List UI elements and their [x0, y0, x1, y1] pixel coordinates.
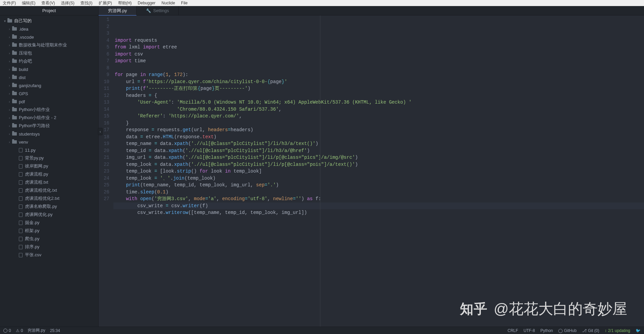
- chevron-icon: ›: [7, 43, 11, 47]
- menu-帮助(H)[interactable]: 帮助(H): [118, 0, 132, 6]
- tree-item[interactable]: ›studentsys: [0, 130, 98, 138]
- tree-item[interactable]: ›venv: [0, 138, 98, 146]
- folder-icon: [11, 108, 17, 111]
- tree-item[interactable]: ›Python小组作业 - 2: [0, 114, 98, 122]
- code-line[interactable]: }: [115, 120, 644, 127]
- tree-item[interactable]: ▾自己写的: [0, 17, 98, 25]
- tree-item[interactable]: ›Python学习路径: [0, 122, 98, 130]
- folder-icon: [11, 132, 17, 136]
- code-line[interactable]: import csv: [115, 51, 644, 58]
- status-git[interactable]: ⎇ Git (0): [582, 328, 599, 333]
- tree-item[interactable]: 11.py: [0, 146, 98, 154]
- code-line[interactable]: img_url = data.xpath('.//ul[@class="plcC…: [115, 154, 644, 161]
- status-errors[interactable]: 0: [3, 328, 11, 333]
- chevron-icon: ›: [7, 51, 11, 55]
- code-line[interactable]: 'Chrome/88.0.4324.150 Safari/537.36',: [115, 106, 644, 113]
- menu-Debugger[interactable]: Debugger: [138, 1, 155, 5]
- sidebar-toggle[interactable]: ‹: [98, 128, 103, 135]
- code-content[interactable]: import requestsfrom lxml import etreeimp…: [115, 15, 644, 327]
- chevron-icon: ›: [7, 108, 11, 112]
- code-line[interactable]: temp_look = data.xpath('.//ul[@class="pl…: [115, 161, 644, 168]
- code-line[interactable]: 'User-Agent': 'Mozilla/5.0 (Windows NT 1…: [115, 99, 644, 106]
- status-cursor[interactable]: 25:34: [50, 328, 60, 333]
- code-line[interactable]: 'Referer': 'https://place.qyer.com/',: [115, 113, 644, 120]
- code-line[interactable]: [115, 65, 644, 72]
- menu-文件(F)[interactable]: 文件(F): [3, 0, 16, 6]
- code-line[interactable]: print(temp_name, temp_id, temp_look, img…: [115, 182, 644, 189]
- menu-File[interactable]: File: [181, 1, 187, 5]
- tree-item[interactable]: ›.vscode: [0, 33, 98, 41]
- status-eol[interactable]: CRLF: [508, 328, 518, 333]
- tree-item[interactable]: ›ganjizufang: [0, 81, 98, 89]
- status-language[interactable]: Python: [540, 328, 553, 333]
- tree-item[interactable]: 框架.py: [0, 227, 98, 235]
- tree-item[interactable]: ›pdf: [0, 98, 98, 106]
- code-line[interactable]: for page in range(1, 172):: [115, 71, 644, 78]
- tree-label: 虎课网优化.py: [25, 212, 52, 218]
- tree-item[interactable]: ›约会吧: [0, 57, 98, 65]
- tree-label: 背景py.py: [25, 155, 44, 161]
- status-updating[interactable]: ↕ 2/1 updating: [605, 328, 630, 333]
- tree-item[interactable]: ›.idea: [0, 25, 98, 33]
- status-github[interactable]: ◯ GitHub: [558, 328, 576, 333]
- tree-item[interactable]: 爬虫.py: [0, 235, 98, 243]
- code-editor[interactable]: 1234567891011121314151617181920212223242…: [99, 15, 644, 327]
- tree-item[interactable]: 背景py.py: [0, 154, 98, 162]
- tree-item[interactable]: 虎课流程优化.txt: [0, 186, 98, 194]
- code-line[interactable]: response = requests.get(url, headers=hea…: [115, 126, 644, 134]
- tree-item[interactable]: 掘金.py: [0, 219, 98, 227]
- tree-item[interactable]: ›build: [0, 65, 98, 73]
- tree-label: 自己写的: [14, 18, 32, 24]
- code-line[interactable]: from lxml import etree: [115, 44, 644, 51]
- folder-icon: [11, 140, 17, 144]
- tree-label: 彼岸图网.py: [25, 163, 48, 169]
- menu-扩展(P)[interactable]: 扩展(P): [99, 0, 112, 6]
- tree-item[interactable]: ›dist: [0, 73, 98, 81]
- tree-item[interactable]: 虎课流程优化2.txt: [0, 194, 98, 202]
- code-line[interactable]: [115, 216, 644, 223]
- workspace: Project ▾自己写的›.idea›.vscode›数据收集与处理期末作业›…: [0, 6, 644, 327]
- tree-item[interactable]: ›压缩包: [0, 49, 98, 57]
- code-line[interactable]: temp_name = data.xpath('.//ul[@class="pl…: [115, 140, 644, 147]
- code-line[interactable]: csv_write = csv.writer(f): [113, 202, 644, 210]
- code-line[interactable]: import requests: [115, 37, 644, 44]
- menu-编辑(E)[interactable]: 编辑(E): [22, 0, 35, 6]
- code-line[interactable]: url = f'https://place.qyer.com/china/cit…: [115, 78, 644, 85]
- tab-穷游网.py[interactable]: 穷游网.py: [99, 6, 137, 15]
- code-line[interactable]: print(f'---------正在打印第{page}页---------'): [115, 85, 644, 92]
- menu-查看(V)[interactable]: 查看(V): [41, 0, 55, 6]
- tree-item[interactable]: ›数据收集与处理期末作业: [0, 41, 98, 49]
- tree-item[interactable]: ›Python小组作业: [0, 106, 98, 114]
- tree-item[interactable]: 虎课名称爬取.py: [0, 202, 98, 211]
- code-line[interactable]: with open('穷游网3.csv', mode='a', encoding…: [115, 195, 644, 202]
- status-file[interactable]: 穷游网.py: [28, 328, 45, 333]
- status-warnings[interactable]: ⚠ 0: [16, 328, 23, 333]
- tree-label: pdf: [19, 99, 25, 104]
- menu-Nuclide[interactable]: Nuclide: [162, 1, 175, 5]
- tab-Settings[interactable]: 🔧Settings: [137, 6, 179, 15]
- tree-item[interactable]: 虎课网优化.py: [0, 211, 98, 219]
- status-encoding[interactable]: UTF-8: [524, 328, 535, 333]
- chevron-icon: ›: [7, 116, 11, 120]
- tree-item[interactable]: 虎课流程.py: [0, 170, 98, 178]
- tree-item[interactable]: ›GPS: [0, 89, 98, 98]
- tree-item[interactable]: 平张.csv: [0, 251, 98, 259]
- file-tree[interactable]: ▾自己写的›.idea›.vscode›数据收集与处理期末作业›压缩包›约会吧›…: [0, 15, 98, 327]
- git-icon: ⎇: [582, 328, 587, 333]
- tree-item[interactable]: 排序.py: [0, 243, 98, 251]
- code-line[interactable]: time.sleep(0.1): [115, 189, 644, 196]
- menu-查找(I)[interactable]: 查找(I): [80, 0, 92, 6]
- code-line[interactable]: data = etree.HTML(response.text): [115, 134, 644, 141]
- chevron-icon: ▾: [3, 19, 7, 23]
- code-line[interactable]: temp_look = [look.strip() for look in te…: [115, 168, 644, 175]
- code-line[interactable]: import time: [115, 58, 644, 65]
- tree-item[interactable]: 虎课流程.txt: [0, 178, 98, 186]
- tree-label: venv: [19, 140, 28, 145]
- tree-item[interactable]: 彼岸图网.py: [0, 162, 98, 170]
- code-line[interactable]: temp_look = '、'.join(temp_look): [115, 175, 644, 182]
- code-line[interactable]: csv_write.writerow([temp_name, temp_id, …: [115, 209, 644, 216]
- status-twitter-icon[interactable]: 🐦: [636, 328, 641, 333]
- code-line[interactable]: temp_id = data.xpath('.//ul[@class="plcC…: [115, 147, 644, 154]
- menu-选择(S)[interactable]: 选择(S): [61, 0, 74, 6]
- code-line[interactable]: headers = {: [115, 92, 644, 99]
